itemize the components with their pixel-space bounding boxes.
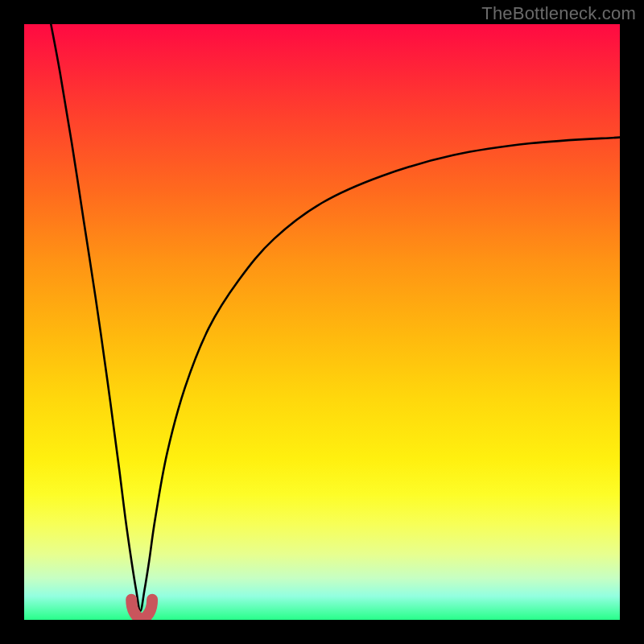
plot-area xyxy=(24,24,620,620)
watermark-text: TheBottleneck.com xyxy=(481,3,636,24)
bottleneck-curve xyxy=(24,24,620,620)
chart-frame: TheBottleneck.com xyxy=(0,0,644,644)
